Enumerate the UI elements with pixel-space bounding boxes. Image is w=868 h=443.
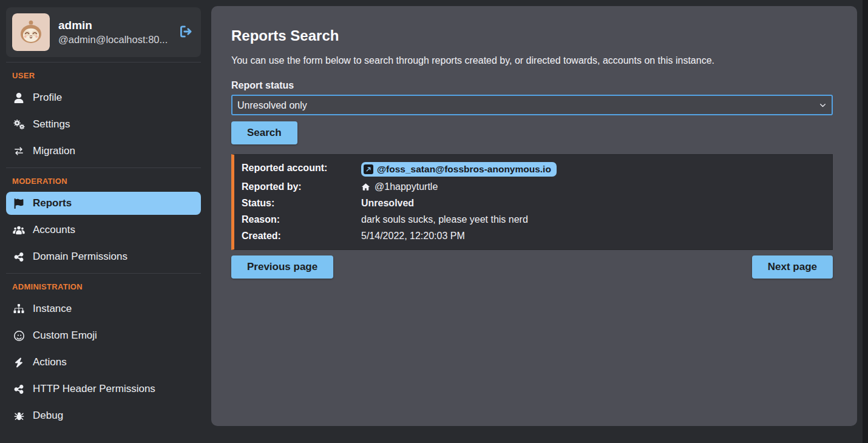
page-description: You can use the form below to search thr… — [231, 55, 833, 66]
sidebar-item-label: Accounts — [33, 222, 75, 238]
sidebar-item-label: Domain Permissions — [33, 249, 127, 265]
created-label: Created: — [242, 230, 359, 242]
user-icon — [12, 93, 25, 103]
logout-button[interactable] — [177, 22, 195, 42]
gears-icon — [12, 120, 25, 130]
reported-account-value: @foss_satan@fossbros-anonymous.io — [361, 162, 825, 177]
user-card[interactable]: admin @admin@localhost:80... — [6, 7, 201, 57]
created-value: 5/14/2022, 12:20:03 PM — [361, 230, 825, 242]
sidebar-item-label: Debug — [33, 408, 63, 424]
sidebar-item-http-header-permissions[interactable]: HTTP Header Permissions — [6, 377, 201, 401]
report-status-label: Report status — [231, 80, 833, 91]
share-nodes-icon — [12, 384, 25, 394]
search-button[interactable]: Search — [231, 121, 297, 144]
sidebar-item-label: Migration — [33, 143, 75, 159]
user-name: admin — [58, 18, 168, 33]
sidebar-section-moderation: MODERATION — [12, 177, 201, 186]
reported-account-handle: @foss_satan@fossbros-anonymous.io — [377, 163, 551, 175]
users-icon — [12, 225, 25, 235]
status-value: Unresolved — [361, 197, 825, 209]
sidebar-section-user: USER — [12, 71, 201, 80]
divider — [6, 273, 201, 274]
reported-by-value: @1happyturtle — [361, 181, 825, 193]
sidebar-item-accounts[interactable]: Accounts — [6, 218, 201, 242]
sidebar-item-label: Reports — [33, 195, 72, 211]
reported-account-badge[interactable]: @foss_satan@fossbros-anonymous.io — [361, 162, 557, 177]
bolt-icon — [12, 357, 25, 368]
sidebar-item-label: Actions — [33, 354, 67, 370]
sidebar-item-label: Profile — [33, 90, 62, 106]
sidebar-item-migration[interactable]: Migration — [6, 140, 201, 163]
report-search-form: Report status Unresolved only Search — [231, 80, 833, 144]
sidebar-item-settings[interactable]: Settings — [6, 113, 201, 136]
user-handle: @admin@localhost:80... — [58, 33, 168, 46]
main-area: Reports Search You can use the form belo… — [209, 0, 868, 443]
reason-value: dark souls sucks, please yeet this nerd — [361, 214, 825, 226]
sidebar-item-instance[interactable]: Instance — [6, 297, 201, 320]
share-nodes-icon — [12, 252, 25, 262]
pagination: Previous page Next page — [231, 255, 833, 279]
divider — [6, 167, 201, 168]
sidebar-item-label: HTTP Header Permissions — [33, 381, 155, 397]
sidebar-item-debug[interactable]: Debug — [6, 404, 201, 427]
sidebar-item-label: Settings — [33, 117, 70, 132]
sidebar-item-domain-permissions[interactable]: Domain Permissions — [6, 245, 201, 268]
sitemap-icon — [12, 304, 25, 314]
scrollbar[interactable] — [863, 0, 868, 443]
reported-by-label: Reported by: — [242, 181, 359, 193]
home-icon — [361, 183, 370, 191]
reporter-handle: @1happyturtle — [375, 181, 438, 193]
external-link-icon — [364, 164, 373, 174]
status-label: Status: — [242, 197, 359, 209]
reports-panel: Reports Search You can use the form belo… — [211, 6, 857, 426]
logout-icon — [178, 24, 194, 41]
divider — [6, 62, 201, 63]
report-status-select[interactable]: Unresolved only — [231, 95, 833, 115]
exchange-arrows-icon — [12, 146, 25, 157]
sidebar-item-reports[interactable]: Reports — [6, 192, 201, 215]
next-page-button[interactable]: Next page — [752, 255, 833, 279]
sidebar: admin @admin@localhost:80... USER Profil… — [0, 0, 209, 443]
smiley-icon — [12, 331, 25, 341]
sidebar-item-custom-emoji[interactable]: Custom Emoji — [6, 324, 201, 347]
report-status-select-wrap: Unresolved only — [231, 95, 833, 115]
reported-account-label: Reported account: — [242, 162, 359, 174]
sidebar-item-actions[interactable]: Actions — [6, 351, 201, 374]
sidebar-item-label: Instance — [33, 301, 72, 317]
sidebar-item-label: Custom Emoji — [33, 328, 97, 343]
sidebar-item-profile[interactable]: Profile — [6, 86, 201, 109]
flag-icon — [12, 198, 25, 209]
reason-label: Reason: — [242, 214, 359, 226]
previous-page-button[interactable]: Previous page — [231, 255, 333, 279]
avatar — [12, 13, 50, 51]
page-title: Reports Search — [231, 27, 833, 44]
sidebar-section-administration: ADMINISTRATION — [12, 282, 201, 291]
bug-icon — [12, 411, 25, 421]
report-card[interactable]: Reported account: @foss_satan@fossbros-a… — [231, 154, 833, 250]
